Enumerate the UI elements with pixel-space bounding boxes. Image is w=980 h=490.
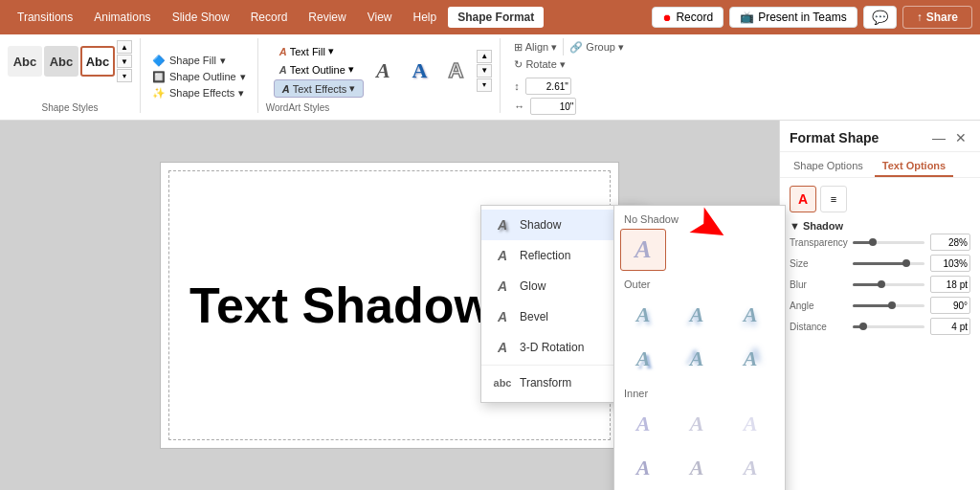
tab-shape-format[interactable]: Shape Format bbox=[448, 7, 544, 28]
tab-record[interactable]: Record bbox=[241, 7, 298, 28]
tab-view[interactable]: View bbox=[358, 7, 402, 28]
shadow-section-label: Shadow bbox=[803, 220, 843, 232]
shape-styles-more[interactable]: ▾ bbox=[117, 69, 132, 82]
outer-shadow-6[interactable]: A bbox=[727, 338, 773, 380]
transparency-slider[interactable] bbox=[853, 241, 924, 244]
3d-rotation-label: 3-D Rotation bbox=[520, 341, 615, 354]
panel-icon-row: A ≡ bbox=[790, 186, 970, 212]
group-button[interactable]: 🔗 Group ▾ bbox=[569, 41, 624, 54]
tab-help[interactable]: Help bbox=[404, 7, 447, 28]
text-outline-icon: A bbox=[279, 64, 287, 76]
top-bar: Transitions Animations Slide Show Record… bbox=[0, 0, 980, 34]
shape-style-1[interactable]: Abc bbox=[8, 46, 42, 77]
tab-text-options[interactable]: Text Options bbox=[875, 156, 953, 177]
distance-thumb[interactable] bbox=[859, 323, 867, 330]
wordart-item-1[interactable]: A bbox=[366, 53, 400, 89]
shape-outline-label: Shape Outline bbox=[169, 71, 236, 82]
wordart-item-3[interactable]: A bbox=[438, 53, 473, 89]
angle-thumb[interactable] bbox=[888, 301, 896, 309]
wordart-nav: ▲ ▼ ▾ bbox=[477, 50, 492, 92]
panel-minimize-button[interactable]: — bbox=[928, 128, 949, 147]
glow-a-icon: A bbox=[493, 277, 512, 296]
rotate-button[interactable]: ↻ Rotate ▾ bbox=[514, 58, 566, 71]
wordart-nav-up[interactable]: ▲ bbox=[477, 50, 492, 63]
tab-transitions[interactable]: Transitions bbox=[8, 7, 82, 28]
present-teams-button[interactable]: 📺 Present in Teams bbox=[729, 7, 858, 28]
distance-fill bbox=[853, 325, 863, 328]
outer-shadow-2[interactable]: A bbox=[674, 294, 720, 336]
size-slider[interactable] bbox=[853, 262, 924, 265]
angle-label: Angle bbox=[790, 301, 847, 311]
text-outline-button[interactable]: A Text Outline ▾ bbox=[274, 61, 365, 78]
transparency-input[interactable] bbox=[930, 234, 970, 251]
shape-fill-button[interactable]: 🔷 Shape Fill ▾ bbox=[148, 54, 250, 68]
tab-review[interactable]: Review bbox=[299, 7, 355, 28]
share-button[interactable]: ↑ Share bbox=[902, 6, 972, 29]
glow-label: Glow bbox=[520, 279, 615, 293]
text-fill-button[interactable]: A Text Fill ▾ bbox=[274, 43, 365, 59]
tab-slideshow[interactable]: Slide Show bbox=[163, 7, 239, 28]
wordart-section: A Text Fill ▾ A Text Outline ▾ A Text Ef… bbox=[266, 38, 501, 113]
tab-animations[interactable]: Animations bbox=[84, 7, 160, 28]
blur-slider[interactable] bbox=[853, 283, 924, 286]
angle-slider[interactable] bbox=[853, 304, 924, 307]
share-icon: ↑ bbox=[917, 11, 923, 24]
size-width-input[interactable] bbox=[525, 78, 571, 95]
transparency-thumb[interactable] bbox=[869, 238, 877, 246]
shape-styles-down[interactable]: ▼ bbox=[117, 55, 132, 68]
inner-shadow-4[interactable]: A bbox=[620, 447, 666, 489]
distance-input[interactable] bbox=[930, 318, 970, 335]
text-effects-dropdown-icon: ▾ bbox=[349, 82, 355, 95]
inner-shadow-5[interactable]: A bbox=[674, 447, 720, 489]
shape-outline-button[interactable]: 🔲 Shape Outline ▾ bbox=[148, 70, 250, 84]
wordart-item-2[interactable]: A bbox=[402, 53, 436, 89]
size-height-input[interactable] bbox=[530, 98, 576, 115]
text-fill-label: Text Fill bbox=[290, 46, 325, 57]
inner-shadow-3[interactable]: A bbox=[727, 403, 773, 445]
shape-style-3[interactable]: Abc bbox=[80, 46, 115, 77]
3d-rotation-a-icon: A bbox=[493, 338, 512, 357]
size-thumb[interactable] bbox=[902, 259, 910, 267]
text-effects-icon: A bbox=[282, 83, 290, 95]
shape-style-1-label: Abc bbox=[13, 55, 37, 69]
comment-button[interactable]: 💬 bbox=[863, 6, 897, 29]
outer-shadow-1[interactable]: A bbox=[620, 294, 666, 336]
shape-style-2[interactable]: Abc bbox=[44, 46, 78, 77]
record-button[interactable]: ⏺ Record bbox=[652, 7, 724, 28]
reflection-a-icon: A bbox=[493, 246, 512, 265]
shape-effects-button[interactable]: ✨ Shape Effects ▾ bbox=[148, 86, 250, 100]
transparency-row: Transparency bbox=[790, 234, 970, 251]
shape-styles-group: Abc Abc Abc ▲ ▼ ▾ Shape Styles bbox=[8, 38, 141, 113]
no-shadow-cell[interactable]: A bbox=[620, 229, 666, 271]
panel-title: Format Shape bbox=[790, 130, 879, 145]
tab-shape-options[interactable]: Shape Options bbox=[786, 156, 871, 177]
main-area: Text Shadow A Shadow ▶ A Reflection ▶ A … bbox=[0, 121, 980, 490]
top-right-actions: ⏺ Record 📺 Present in Teams 💬 ↑ Share bbox=[652, 6, 972, 29]
transparency-label: Transparency bbox=[790, 237, 847, 248]
wordart-nav-more[interactable]: ▾ bbox=[477, 78, 492, 92]
panel-close-button[interactable]: ✕ bbox=[951, 128, 970, 147]
shape-outline-dropdown-icon: ▾ bbox=[240, 71, 246, 83]
text-color-icon-btn[interactable]: A bbox=[790, 186, 816, 212]
size-input[interactable] bbox=[930, 255, 970, 272]
align-button[interactable]: ⊞ Align ▾ bbox=[514, 41, 557, 54]
blur-input[interactable] bbox=[930, 276, 970, 293]
inner-shadow-1[interactable]: A bbox=[620, 403, 666, 445]
shadow-a-icon: A bbox=[493, 215, 512, 234]
inner-shadow-2[interactable]: A bbox=[674, 403, 720, 445]
text-effects-button[interactable]: A Text Effects ▾ bbox=[274, 79, 365, 98]
distance-slider[interactable] bbox=[853, 325, 924, 328]
blur-thumb[interactable] bbox=[878, 280, 885, 288]
text-fill-icon: A bbox=[279, 46, 287, 57]
text-layout-icon-btn[interactable]: ≡ bbox=[820, 186, 847, 212]
outer-shadow-5[interactable]: A bbox=[674, 338, 720, 380]
shape-styles-up[interactable]: ▲ bbox=[117, 40, 132, 54]
wordart-nav-down[interactable]: ▼ bbox=[477, 64, 492, 78]
wordart-label: WordArt Styles bbox=[266, 102, 493, 113]
outer-shadow-3[interactable]: A bbox=[727, 294, 773, 336]
inner-shadow-6[interactable]: A bbox=[727, 447, 773, 489]
shadow-section-toggle[interactable]: ▼ Shadow bbox=[790, 220, 970, 232]
outer-shadow-4[interactable]: A bbox=[620, 338, 666, 380]
wordart-items: A A A ▲ ▼ ▾ bbox=[366, 50, 492, 92]
angle-input[interactable] bbox=[930, 297, 970, 314]
